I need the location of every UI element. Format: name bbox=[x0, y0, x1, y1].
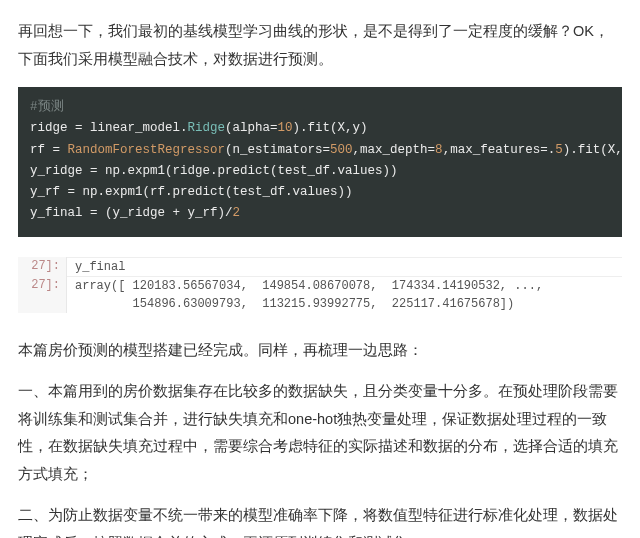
code-line-4: y_rf = np.expm1(rf.predict(test_df.value… bbox=[30, 185, 353, 199]
output-input: y_final bbox=[67, 257, 622, 276]
code-block: #预测 ridge = linear_model.Ridge(alpha=10)… bbox=[18, 87, 622, 237]
code-line-1: ridge = linear_model.Ridge(alpha=10).fit… bbox=[30, 121, 368, 135]
code-line-5: y_final = (y_ridge + y_rf)/2 bbox=[30, 206, 240, 220]
output-gutter: 27]: bbox=[18, 276, 67, 313]
summary-intro: 本篇房价预测的模型搭建已经完成。同样，再梳理一边思路： bbox=[18, 337, 622, 365]
output-gutter: 27]: bbox=[18, 257, 67, 276]
output-array: array([ 120183.56567034, 149854.08670078… bbox=[67, 276, 622, 313]
code-comment: #预测 bbox=[30, 100, 64, 114]
code-line-3: y_ridge = np.expm1(ridge.predict(test_df… bbox=[30, 164, 398, 178]
section-1: 一、本篇用到的房价数据集存在比较多的数据缺失，且分类变量十分多。在预处理阶段需要… bbox=[18, 378, 622, 488]
output-block: 27]: y_final 27]: array([ 120183.5656703… bbox=[18, 257, 622, 313]
code-line-2: rf = RandomForestRegressor(n_estimators=… bbox=[30, 143, 622, 157]
section-2: 二、为防止数据变量不统一带来的模型准确率下降，将数值型特征进行标准化处理，数据处… bbox=[18, 502, 622, 538]
intro-paragraph: 再回想一下，我们最初的基线模型学习曲线的形状，是不是得到了一定程度的缓解？OK，… bbox=[18, 18, 622, 73]
